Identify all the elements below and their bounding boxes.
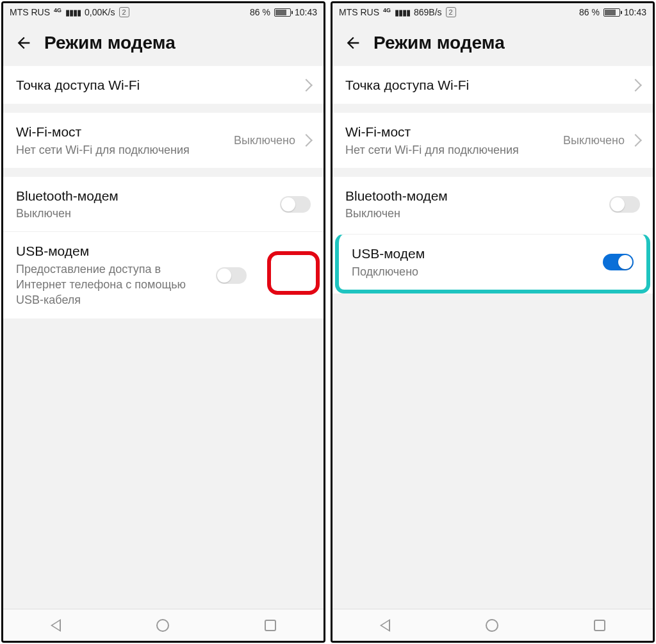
bt-tether-title: Bluetooth-модем xyxy=(345,187,602,204)
chevron-right-icon xyxy=(300,134,313,147)
annotation-highlight-red xyxy=(267,251,320,295)
nav-back-icon[interactable] xyxy=(51,619,61,632)
battery-percent: 86 % xyxy=(579,7,600,17)
phone-right: MTS RUS 4G ▮▮▮▮ 869B/s 2 86 % 10:43 Режи… xyxy=(331,1,655,643)
chevron-right-icon xyxy=(629,79,642,92)
usb-tether-toggle[interactable] xyxy=(216,267,247,284)
status-bar: MTS RUS 4G ▮▮▮▮ 0,00K/s 2 86 % 10:43 xyxy=(3,3,324,21)
row-usb-tether[interactable]: USB-модем Предоставление доступа в Интер… xyxy=(3,231,324,318)
data-rate: 869B/s xyxy=(414,7,442,17)
back-icon[interactable] xyxy=(344,34,362,52)
usb-tether-sub: Предоставление доступа в Интернет телефо… xyxy=(16,261,208,308)
signal-icon: ▮▮▮▮ xyxy=(65,8,81,17)
battery-icon xyxy=(274,8,291,17)
back-icon[interactable] xyxy=(15,34,33,52)
row-usb-tether[interactable]: USB-модем Подключено xyxy=(335,234,650,293)
signal-icon: ▮▮▮▮ xyxy=(395,8,410,17)
nav-bar xyxy=(332,609,653,641)
wifi-bridge-value: Выключено xyxy=(234,134,295,147)
carrier-label: MTS RUS xyxy=(339,7,379,17)
usb-tether-title: USB-модем xyxy=(352,245,595,262)
nav-bar xyxy=(3,609,324,641)
wifi-bridge-title: Wi-Fi-мост xyxy=(16,123,226,140)
carrier-label: MTS RUS xyxy=(10,7,50,17)
row-bluetooth-tether[interactable]: Bluetooth-модем Выключен xyxy=(332,177,653,232)
nav-recent-icon[interactable] xyxy=(265,620,276,631)
sim-badge: 2 xyxy=(446,7,456,17)
wifi-hotspot-title: Точка доступа Wi-Fi xyxy=(16,76,294,94)
nav-back-icon[interactable] xyxy=(380,619,390,632)
app-header: Режим модема xyxy=(3,21,324,66)
status-bar: MTS RUS 4G ▮▮▮▮ 869B/s 2 86 % 10:43 xyxy=(332,3,653,21)
settings-list: Точка доступа Wi-Fi Wi-Fi-мост Нет сети … xyxy=(332,66,653,609)
app-header: Режим модема xyxy=(332,21,653,66)
usb-tether-sub: Подключено xyxy=(352,264,595,279)
battery-icon xyxy=(603,8,620,17)
wifi-bridge-sub: Нет сети Wi-Fi для подключения xyxy=(345,142,555,158)
chevron-right-icon xyxy=(629,134,642,147)
chevron-right-icon xyxy=(300,79,313,92)
row-wifi-hotspot[interactable]: Точка доступа Wi-Fi xyxy=(3,66,324,104)
bt-tether-sub: Выключен xyxy=(16,206,272,221)
wifi-bridge-sub: Нет сети Wi-Fi для подключения xyxy=(16,142,226,158)
clock: 10:43 xyxy=(295,7,317,17)
network-type: 4G xyxy=(54,7,62,13)
network-type: 4G xyxy=(383,7,391,13)
page-title: Режим модема xyxy=(373,33,505,53)
row-wifi-bridge[interactable]: Wi-Fi-мост Нет сети Wi-Fi для подключени… xyxy=(332,113,653,168)
nav-home-icon[interactable] xyxy=(486,619,498,632)
wifi-bridge-title: Wi-Fi-мост xyxy=(345,123,555,140)
bt-tether-toggle[interactable] xyxy=(280,196,311,213)
bt-tether-toggle[interactable] xyxy=(609,196,640,213)
settings-list: Точка доступа Wi-Fi Wi-Fi-мост Нет сети … xyxy=(3,66,324,609)
row-bluetooth-tether[interactable]: Bluetooth-модем Выключен xyxy=(3,177,324,232)
usb-tether-toggle[interactable] xyxy=(603,254,634,270)
sim-badge: 2 xyxy=(119,7,129,17)
row-wifi-bridge[interactable]: Wi-Fi-мост Нет сети Wi-Fi для подключени… xyxy=(3,113,324,168)
nav-recent-icon[interactable] xyxy=(594,620,605,631)
row-wifi-hotspot[interactable]: Точка доступа Wi-Fi xyxy=(332,66,653,104)
bt-tether-sub: Выключен xyxy=(345,206,602,221)
nav-home-icon[interactable] xyxy=(156,619,169,632)
wifi-hotspot-title: Точка доступа Wi-Fi xyxy=(345,76,623,94)
data-rate: 0,00K/s xyxy=(85,7,115,17)
bt-tether-title: Bluetooth-модем xyxy=(16,187,272,204)
wifi-bridge-value: Выключено xyxy=(563,134,625,147)
battery-percent: 86 % xyxy=(250,7,270,17)
clock: 10:43 xyxy=(624,7,646,17)
page-title: Режим модема xyxy=(44,33,176,53)
usb-tether-title: USB-модем xyxy=(16,242,208,260)
phone-left: MTS RUS 4G ▮▮▮▮ 0,00K/s 2 86 % 10:43 Реж… xyxy=(1,1,325,643)
